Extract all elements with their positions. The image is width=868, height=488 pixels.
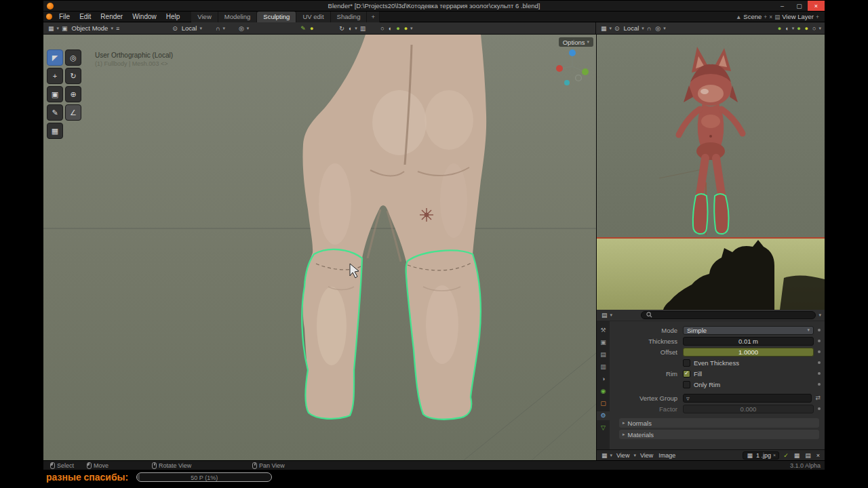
vertex-group-field[interactable]: ▿ [683,394,812,403]
animate-dot[interactable] [818,350,821,353]
gizmo-x-axis[interactable] [556,65,563,72]
offset-field[interactable]: 1.0000 [683,348,814,357]
close-icon[interactable]: × [773,453,776,458]
annotate-brush-icon[interactable]: ✎ [299,25,307,32]
shading-solid-icon[interactable]: ◐ [784,25,790,32]
factor-field[interactable]: 0.000 [683,405,814,413]
new-image-icon[interactable]: ▦ [793,452,802,459]
unlink-scene-icon[interactable]: × [769,14,772,20]
gizmo-y-axis[interactable] [582,68,589,75]
view-layer-selector[interactable]: View Layer [782,13,814,20]
scene-selector[interactable]: Scene [743,13,762,20]
overlays-toggle-icon[interactable]: ◐ [347,25,353,32]
tool-rotate[interactable]: ↻ [65,68,81,84]
animate-dot[interactable] [818,361,821,364]
tab-world[interactable]: ◉ [597,387,610,396]
menu-help[interactable]: Help [161,12,185,22]
animate-dot[interactable] [818,407,821,410]
even-thickness-checkbox[interactable] [683,359,690,367]
unlink-image-icon[interactable]: × [815,452,821,459]
snap-chevron-icon[interactable]: ▾ [222,26,225,31]
minimize-button[interactable]: – [774,1,791,11]
animate-dot[interactable] [818,383,821,386]
tab-object[interactable]: ▢ [597,399,610,408]
snap-magnet-icon[interactable]: ∩ [646,25,652,32]
fake-user-icon[interactable]: ✓ [782,452,790,459]
menu-edit[interactable]: Edit [75,12,96,22]
shading-wireframe-icon[interactable]: ○ [379,25,385,32]
editor-type-button[interactable]: ▦ ▾ [599,25,612,32]
animate-dot[interactable] [818,329,821,331]
viewport-secondary[interactable] [597,35,825,237]
add-workspace-button[interactable]: + [367,12,380,22]
section-materials[interactable]: ▸ Materials [619,430,819,439]
shading-solid-icon[interactable]: ◐ [387,25,393,32]
animate-dot[interactable] [818,372,821,375]
new-view-layer-icon[interactable]: + [816,14,819,20]
workspace-tab-uv-edit[interactable]: UV edit [296,12,330,22]
workspace-tab-view[interactable]: View [191,12,218,22]
only-rim-checkbox[interactable] [683,381,690,388]
editor-type-button[interactable]: ▤ ▾ [600,312,612,319]
image-datablock-selector[interactable]: ▦ 1 .jpg × [743,451,780,460]
mode-dropdown[interactable]: Simple ▾ [683,326,814,335]
tab-tool[interactable]: ⚒ [597,326,610,335]
snap-magnet-icon[interactable]: ∩ [214,25,221,32]
workspace-tab-modeling[interactable]: Modeling [218,12,258,22]
shading-rendered-icon[interactable]: ● [403,25,409,32]
invert-vertex-group-icon[interactable]: ⇄ [815,394,821,401]
tab-output[interactable]: ▤ [597,350,610,359]
blender-menu-icon[interactable] [46,14,52,20]
open-image-icon[interactable]: ▤ [804,452,812,459]
thickness-field[interactable]: 0.01 m [683,337,814,346]
tool-scale[interactable]: ▣ [47,86,63,102]
shading-wireframe-icon[interactable]: ○ [811,25,817,32]
gizmo-toggle-icon[interactable]: ↻ [338,25,346,32]
overlay-menu-icon[interactable]: ≡ [115,25,121,32]
xray-toggle-icon[interactable]: ▥ [359,25,368,32]
menu-file[interactable]: File [54,12,75,22]
tool-cursor[interactable]: ◎ [65,49,81,66]
tool-move[interactable]: + [47,68,63,84]
menu-view[interactable]: View [639,452,654,459]
navigation-gizmo[interactable] [553,47,592,86]
tool-add-cube[interactable]: ▦ [47,123,63,139]
editor-type-button[interactable]: ▦ ▾ [47,25,59,32]
shading-material-icon[interactable]: ● [795,25,802,32]
menu-image[interactable]: Image [657,452,677,459]
tab-render[interactable]: ▣ [597,338,610,347]
tab-object-data[interactable]: ▽ [597,424,610,432]
new-scene-icon[interactable]: + [764,14,767,20]
orientation-selector[interactable]: Local [623,24,641,32]
tool-transform[interactable]: ⊕ [65,86,81,102]
workspace-tab-sculpting[interactable]: Sculpting [257,12,296,22]
tab-scene[interactable]: ◑ [597,375,610,384]
image-editor-view[interactable] [597,239,825,310]
shading-rendered-icon[interactable]: ● [804,25,810,32]
gizmo-minus-z-axis[interactable] [564,80,570,85]
material-preview-ball-icon[interactable]: ● [309,25,315,32]
close-button[interactable]: × [808,1,825,11]
tool-annotate[interactable]: ✎ [47,104,63,121]
viewport-3d[interactable]: ◤ ◎ + ↻ ▣ ⊕ ✎ ∠ ▦ User Orthographic (Loc… [43,35,596,460]
options-dropdown[interactable]: Options ▾ [559,37,593,47]
fill-checkbox[interactable]: ✓ [683,370,690,378]
animate-dot[interactable] [818,340,821,342]
maximize-button[interactable]: ▢ [791,1,808,11]
workspace-tab-shading[interactable]: Shading [331,12,368,22]
menu-window[interactable]: Window [127,12,161,22]
tab-modifiers[interactable]: ⚙ [597,411,610,420]
section-normals[interactable]: ▸ Normals [619,418,819,428]
proportional-edit-icon[interactable]: ◎ [237,25,245,32]
shading-material-icon[interactable]: ● [395,25,401,32]
tab-view-layer[interactable]: ▥ [597,363,610,371]
gizmo-minus-axis[interactable] [576,75,582,81]
properties-search-input[interactable] [641,311,816,319]
shading-material-icon[interactable]: ● [776,25,783,32]
tool-measure[interactable]: ∠ [65,104,81,121]
mode-selector[interactable]: Object Mode [71,24,110,32]
proportional-edit-icon[interactable]: ◎ [654,25,662,32]
menu-render[interactable]: Render [96,12,127,22]
orientation-selector[interactable]: Local [180,24,199,32]
editor-type-button[interactable]: ▦ ▾ [600,452,612,459]
